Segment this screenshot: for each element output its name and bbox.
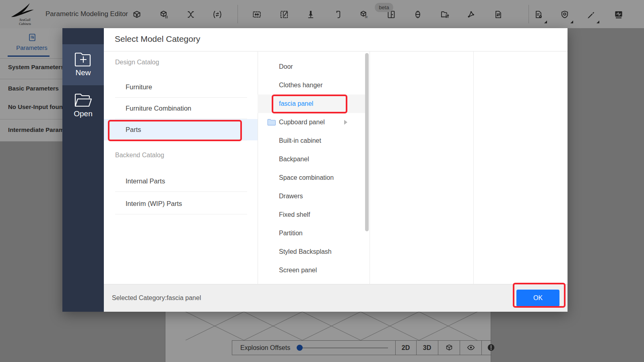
subcategory-item-label: Door bbox=[279, 58, 293, 76]
subcategory-item-space-combination[interactable]: Space combination bbox=[258, 169, 365, 187]
annotation-box-ok bbox=[513, 283, 566, 308]
nav-label: Open bbox=[62, 109, 104, 118]
catalog-item-furniture[interactable]: Furniture bbox=[104, 76, 258, 98]
dialog-body: Select Model Category Design Catalog Fur… bbox=[104, 28, 568, 312]
subcategory-item-label: Styled Backsplash bbox=[279, 243, 332, 261]
scrollbar-thumb[interactable] bbox=[365, 53, 369, 231]
catalog-item-interim-wip-parts[interactable]: Interim (WIP) Parts bbox=[104, 193, 258, 214]
design-catalog-header: Design Catalog bbox=[115, 59, 236, 66]
subcategory-item-drawers[interactable]: Drawers bbox=[258, 187, 365, 206]
subcategory-item-door[interactable]: Door bbox=[258, 58, 365, 76]
dialog-footer: Selected Category:fascia panel OK bbox=[104, 284, 568, 312]
subcategory-item-label: Space combination bbox=[279, 169, 334, 187]
selected-category-text: Selected Category:fascia panel bbox=[112, 284, 201, 312]
column-divider bbox=[369, 51, 370, 284]
dialog-nav: NewOpen bbox=[62, 28, 104, 312]
catalog-item-furniture-combination[interactable]: Furniture Combination bbox=[104, 98, 258, 119]
subcategory-item-built-in-cabinet[interactable]: Built-in cabinet bbox=[258, 132, 365, 150]
annotation-box-fascia-panel bbox=[272, 95, 347, 113]
divider bbox=[115, 191, 247, 192]
catalog-item-label: Furniture Combination bbox=[126, 98, 191, 119]
annotation-box-parts bbox=[108, 120, 242, 141]
catalog-item-label: Interim (WIP) Parts bbox=[126, 193, 182, 214]
subcategory-item-label: Cupboard panel bbox=[279, 113, 325, 132]
subcategory-item-label: Partition bbox=[279, 224, 303, 243]
select-model-category-dialog: NewOpen Select Model Category Design Cat… bbox=[62, 28, 568, 312]
subcategory-item-clothes-hanger[interactable]: Clothes hanger bbox=[258, 76, 365, 95]
subcategory-item-backpanel[interactable]: Backpanel bbox=[258, 150, 365, 169]
subcategory-item-label: Backpanel bbox=[279, 150, 309, 169]
column-divider bbox=[473, 51, 474, 284]
catalog-item-label: Furniture bbox=[126, 76, 152, 98]
catalog-item-label: Internal Parts bbox=[126, 171, 165, 192]
folder-icon bbox=[267, 119, 276, 125]
subcategory-item-fixed-shelf[interactable]: Fixed shelf bbox=[258, 206, 365, 224]
divider bbox=[104, 51, 568, 51]
subcategory-item-label: Screen panel bbox=[279, 261, 317, 280]
subcategory-item-partition[interactable]: Partition bbox=[258, 224, 365, 243]
subcategory-item-styled-backsplash[interactable]: Styled Backsplash bbox=[258, 243, 365, 261]
subcategory-item-cupboard-panel[interactable]: Cupboard panel bbox=[258, 113, 365, 132]
dialog-nav-open[interactable]: Open bbox=[62, 85, 104, 126]
catalog-item-internal-parts[interactable]: Internal Parts bbox=[104, 171, 258, 192]
subcategory-item-label: Built-in cabinet bbox=[279, 132, 321, 150]
subcategory-item-label: Drawers bbox=[279, 187, 303, 206]
backend-catalog-header: Backend Catalog bbox=[115, 152, 236, 159]
app-stage: SeaGull Cabinets Parametric Modeling Edi… bbox=[0, 0, 644, 362]
expand-arrow-icon bbox=[344, 120, 347, 125]
subcategory-item-label: Clothes hanger bbox=[279, 76, 323, 95]
subcategory-item-label: Fixed shelf bbox=[279, 206, 310, 224]
dialog-title: Select Model Category bbox=[115, 34, 200, 44]
nav-label: New bbox=[62, 68, 104, 77]
divider bbox=[115, 214, 247, 214]
subcategory-item-screen-panel[interactable]: Screen panel bbox=[258, 261, 365, 280]
dialog-nav-new[interactable]: New bbox=[62, 44, 104, 85]
